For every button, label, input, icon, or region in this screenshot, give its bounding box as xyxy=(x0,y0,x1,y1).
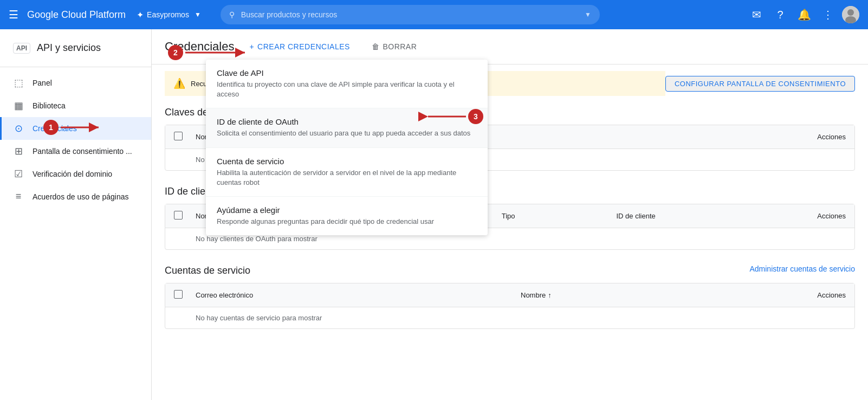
api-badge: API xyxy=(13,43,30,54)
hamburger-icon[interactable]: ☰ xyxy=(9,8,18,21)
project-name: Easypromos xyxy=(147,10,189,19)
mail-icon[interactable]: ✉ xyxy=(747,5,766,24)
credenciales-icon: ⊙ xyxy=(13,122,24,134)
dropdown-item-api-key[interactable]: Clave de API Identifica tu proyecto con … xyxy=(206,60,488,108)
sidebar-item-verificacion[interactable]: ☑ Verificación del dominio xyxy=(0,163,151,185)
project-selector[interactable]: ✦ Easypromos ▼ xyxy=(137,10,201,20)
table-header: Correo electrónico Nombre ↑ Acciones xyxy=(165,283,854,307)
sidebar-item-panel[interactable]: ⬚ Panel xyxy=(0,72,151,94)
delete-button[interactable]: 🗑 BORRAR xyxy=(365,38,423,55)
col-header-nombre: Nombre ↑ xyxy=(521,291,737,299)
sidebar-item-label: Acuerdos de uso de páginas xyxy=(33,192,128,201)
credentials-dropdown: Clave de API Identifica tu proyecto con … xyxy=(206,60,488,235)
col-header-acciones: Acciones xyxy=(716,133,846,141)
configure-consent-button[interactable]: CONFIGURAR PANTALLA DE CONSENTIMIENTO xyxy=(665,76,855,92)
warning-icon: ⚠️ xyxy=(173,78,185,89)
bell-icon[interactable]: 🔔 xyxy=(794,5,814,24)
pantalla-icon: ⊞ xyxy=(13,145,24,157)
top-nav: ☰ Google Cloud Platform ✦ Easypromos ▼ ⚲… xyxy=(0,0,868,29)
dropdown-item-desc: Identifica tu proyecto con una clave de … xyxy=(217,80,477,99)
search-expand-icon: ▼ xyxy=(585,11,591,18)
sidebar-item-label: Credenciales xyxy=(33,124,77,133)
biblioteca-icon: ▦ xyxy=(13,100,24,112)
search-input[interactable] xyxy=(241,10,585,19)
sidebar-item-label: Biblioteca xyxy=(33,101,66,110)
empty-message: No hay cuentas de servicio para mostrar xyxy=(196,314,846,322)
avatar[interactable] xyxy=(842,6,859,23)
sidebar-item-label: Pantalla de consentimiento ... xyxy=(33,147,132,156)
dropdown-item-title: ID de cliente de OAuth xyxy=(217,117,477,126)
search-bar[interactable]: ⚲ ▼ xyxy=(221,5,600,24)
project-icon: ✦ xyxy=(137,10,144,20)
sidebar-item-pantalla[interactable]: ⊞ Pantalla de consentimiento ... xyxy=(0,140,151,163)
col-header-id-cliente: ID de cliente xyxy=(616,212,769,220)
dropdown-item-title: Clave de API xyxy=(217,68,477,78)
content-area: Credenciales + CREAR CREDENCIALES 🗑 BORR… xyxy=(152,29,868,400)
sidebar: API API y servicios ⬚ Panel ▦ Biblioteca… xyxy=(0,29,152,400)
dropdown-item-service-account[interactable]: Cuenta de servicio Habilita la autentica… xyxy=(206,148,488,197)
search-icon: ⚲ xyxy=(229,10,235,19)
select-all-checkbox[interactable] xyxy=(174,211,183,220)
select-all-checkbox[interactable] xyxy=(174,132,183,140)
dropdown-item-desc: Responde algunas preguntas para decidir … xyxy=(217,217,477,227)
svg-point-1 xyxy=(847,9,854,16)
col-header-correo: Correo electrónico xyxy=(196,291,521,299)
plus-icon: + xyxy=(249,42,254,51)
delete-label: BORRAR xyxy=(383,42,417,51)
sort-icon: ↑ xyxy=(548,291,552,299)
dropdown-item-desc: Solicita el consentimiento del usuario p… xyxy=(217,128,477,138)
app-title: Google Cloud Platform xyxy=(27,9,126,21)
select-all-checkbox[interactable] xyxy=(174,290,183,299)
panel-icon: ⬚ xyxy=(13,77,24,89)
col-header-acciones: Acciones xyxy=(769,212,846,220)
content-header: Credenciales + CREAR CREDENCIALES 🗑 BORR… xyxy=(152,29,868,64)
delete-icon: 🗑 xyxy=(372,42,380,51)
manage-service-accounts-link[interactable]: Administrar cuentas de servicio xyxy=(749,264,855,273)
app-body: API API y servicios ⬚ Panel ▦ Biblioteca… xyxy=(0,29,868,400)
top-nav-actions: ✉ ? 🔔 ⋮ xyxy=(747,5,859,24)
dropdown-item-title: Cuenta de servicio xyxy=(217,157,477,166)
col-header-tipo: Tipo xyxy=(502,212,617,220)
create-credentials-label: CREAR CREDENCIALES xyxy=(257,42,350,51)
dropdown-item-title: Ayúdame a elegir xyxy=(217,205,477,215)
col-header-acciones: Acciones xyxy=(737,291,846,299)
service-accounts-section-title: Cuentas de servicio xyxy=(165,254,250,283)
page-title: Credenciales xyxy=(165,40,234,54)
dropdown-item-oauth-client[interactable]: ID de cliente de OAuth Solicita el conse… xyxy=(206,108,488,147)
chevron-down-icon: ▼ xyxy=(195,11,201,18)
table-row: No hay cuentas de servicio para mostrar xyxy=(165,307,854,328)
sidebar-item-biblioteca[interactable]: ▦ Biblioteca xyxy=(0,94,151,117)
sidebar-item-credenciales[interactable]: ⊙ Credenciales xyxy=(0,117,151,140)
sidebar-item-label: Verificación del dominio xyxy=(33,170,112,178)
sidebar-title: API API y servicios xyxy=(0,34,151,62)
acuerdos-icon: ≡ xyxy=(13,191,24,202)
help-icon[interactable]: ? xyxy=(770,5,790,24)
dropdown-item-help[interactable]: Ayúdame a elegir Responde algunas pregun… xyxy=(206,197,488,235)
verificacion-icon: ☑ xyxy=(13,168,24,180)
sidebar-item-label: Panel xyxy=(33,79,52,87)
sidebar-item-acuerdos[interactable]: ≡ Acuerdos de uso de páginas xyxy=(0,185,151,208)
create-credentials-button[interactable]: + CREAR CREDENCIALES xyxy=(243,38,357,55)
more-icon[interactable]: ⋮ xyxy=(818,5,838,24)
sidebar-section-title: API y servicios xyxy=(37,42,101,54)
empty-message: No hay clientes de OAuth para mostrar xyxy=(196,235,846,243)
service-accounts-table: Correo electrónico Nombre ↑ Acciones No … xyxy=(165,283,855,329)
col-header-key: Clave xyxy=(456,133,716,141)
dropdown-item-desc: Habilita la autenticación de servidor a … xyxy=(217,168,477,188)
